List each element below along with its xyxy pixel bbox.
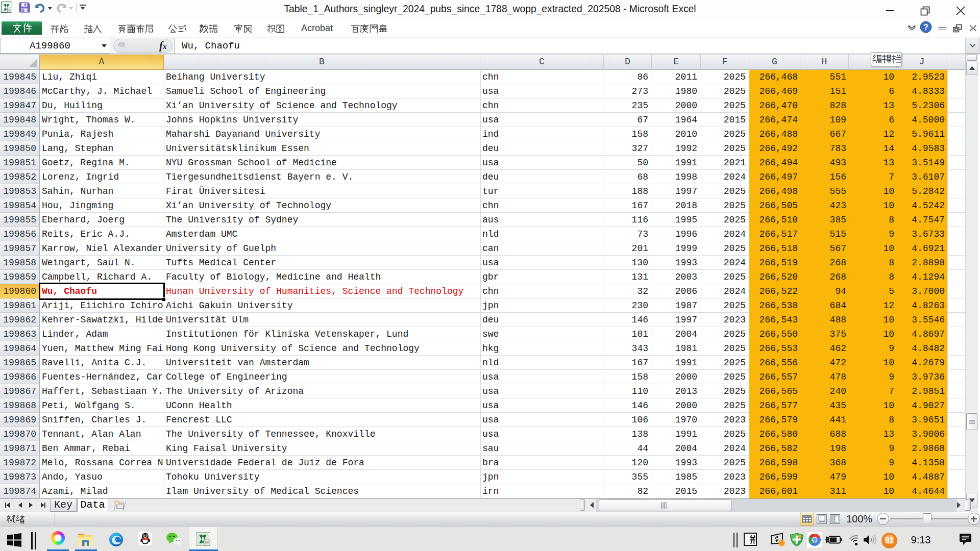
svg-text:?: ? [923, 23, 928, 32]
